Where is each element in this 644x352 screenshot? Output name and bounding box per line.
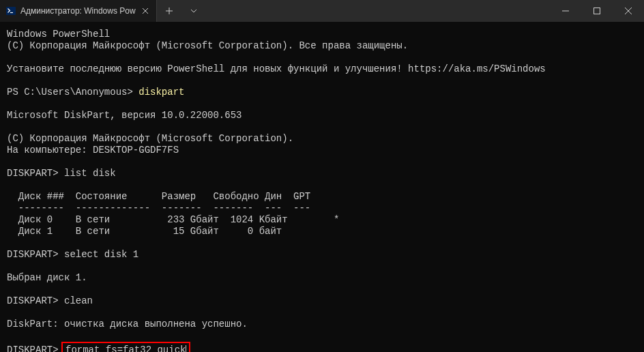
terminal-output[interactable]: Windows PowerShell (C) Корпорация Майкро…	[0, 22, 644, 352]
command: select disk 1	[64, 249, 138, 260]
prompt: DISKPART>	[7, 168, 64, 179]
command: diskpart	[138, 87, 184, 98]
command: clean	[64, 295, 93, 306]
titlebar: Администратор: Windows Pow	[0, 0, 644, 22]
table-row: Диск 0 В сети 233 Gбайт 1024 Kбайт *	[7, 214, 339, 225]
terminal-line: Выбран диск 1.	[7, 272, 87, 283]
prompt: DISKPART>	[7, 249, 64, 260]
window-controls	[550, 0, 644, 22]
prompt: PS C:\Users\Anonymous>	[7, 87, 138, 98]
terminal-line: (C) Корпорация Майкрософт (Microsoft Cor…	[7, 40, 408, 51]
powershell-icon	[5, 5, 16, 16]
terminal-line: Установите последнюю версию PowerShell д…	[7, 63, 546, 74]
close-button[interactable]	[613, 0, 644, 22]
highlighted-command: format fs=fat32 quick	[61, 342, 190, 352]
prompt: DISKPART>	[7, 295, 64, 306]
command: format fs=fat32 quick	[65, 344, 186, 352]
terminal-line: (C) Корпорация Майкрософт (Microsoft Cor…	[7, 133, 293, 144]
terminal-line: Windows PowerShell	[7, 29, 110, 40]
minimize-button[interactable]	[550, 0, 581, 22]
maximize-button[interactable]	[581, 0, 613, 22]
terminal-line: На компьютере: DESKTOP-GGDF7FS	[7, 145, 179, 156]
terminal-line: Microsoft DiskPart, версия 10.0.22000.65…	[7, 110, 241, 121]
table-header: Диск ### Состояние Размер Свободно Дин G…	[7, 191, 310, 202]
tab-dropdown-button[interactable]	[181, 0, 206, 22]
command: list disk	[64, 168, 116, 179]
table-divider: -------- ------------- ------- ------- -…	[7, 203, 310, 214]
svg-rect-7	[594, 8, 600, 14]
titlebar-spacer[interactable]	[206, 0, 550, 22]
terminal-line: DiskPart: очистка диска выполнена успешн…	[7, 319, 248, 329]
new-tab-button[interactable]	[157, 0, 181, 22]
cursor	[186, 345, 186, 352]
tab-actions	[157, 0, 206, 22]
tab-close-icon[interactable]	[140, 5, 151, 16]
tab-powershell[interactable]: Администратор: Windows Pow	[0, 0, 157, 22]
prompt: DISKPART>	[7, 344, 64, 352]
table-row: Диск 1 В сети 15 Gбайт 0 байт	[7, 226, 282, 237]
svg-rect-0	[6, 7, 16, 15]
tab-title: Администратор: Windows Pow	[20, 6, 136, 16]
